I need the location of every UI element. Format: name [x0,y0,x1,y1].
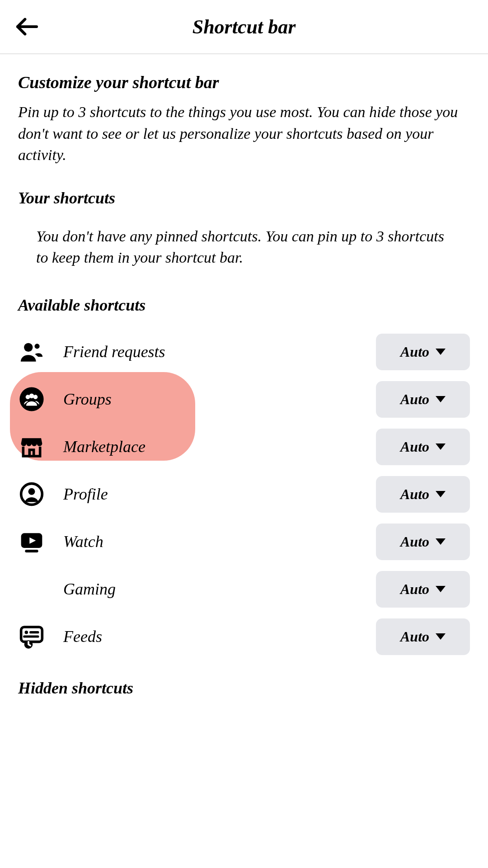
intro-description: Pin up to 3 shortcuts to the things you … [18,101,470,166]
svg-point-2 [35,344,40,349]
shortcut-label: Groups [63,390,376,409]
shortcut-row-feeds: Feeds Auto [18,613,470,660]
dropdown-value: Auto [400,486,429,503]
shortcut-label: Gaming [63,580,376,599]
chevron-down-icon [436,633,446,640]
dropdown-value: Auto [400,344,429,360]
shortcut-row-gaming: Gaming Auto [18,566,470,613]
shortcut-label: Watch [63,532,376,551]
hidden-shortcuts-title: Hidden shortcuts [18,679,470,698]
dropdown-value: Auto [400,391,429,408]
shortcut-label: Feeds [63,627,376,646]
chevron-down-icon [436,586,446,592]
svg-point-6 [29,394,34,399]
intro-title: Customize your shortcut bar [18,72,470,92]
your-shortcuts-empty: You don't have any pinned shortcuts. You… [18,226,470,269]
available-shortcuts-title: Available shortcuts [18,296,470,315]
chevron-down-icon [436,396,446,402]
shortcut-dropdown-marketplace[interactable]: Auto [376,429,470,465]
chevron-down-icon [436,443,446,450]
chevron-down-icon [436,538,446,545]
dropdown-value: Auto [400,628,429,645]
dropdown-value: Auto [400,581,429,598]
groups-icon [18,386,45,413]
watch-icon [18,528,45,555]
marketplace-icon [18,433,45,460]
shortcut-row-profile: Profile Auto [18,471,470,518]
shortcut-dropdown-watch[interactable]: Auto [376,524,470,560]
shortcut-row-groups: Groups Auto [18,376,470,423]
svg-point-3 [19,387,43,411]
chevron-down-icon [436,349,446,355]
feeds-icon [18,623,45,650]
svg-point-8 [28,488,35,495]
shortcut-row-marketplace: Marketplace Auto [18,423,470,471]
dropdown-value: Auto [400,439,429,455]
svg-point-1 [24,343,33,352]
shortcut-row-watch: Watch Auto [18,518,470,566]
dropdown-value: Auto [400,533,429,550]
svg-rect-12 [21,627,42,642]
shortcut-label: Profile [63,485,376,504]
shortcut-dropdown-profile[interactable]: Auto [376,476,470,513]
shortcut-dropdown-friend-requests[interactable]: Auto [376,334,470,370]
page-title: Shortcut bar [0,15,488,38]
back-button[interactable] [14,13,41,40]
header: Shortcut bar [0,0,488,54]
svg-point-13 [25,631,28,634]
shortcut-label: Friend requests [63,342,376,361]
friend-requests-icon [18,338,45,365]
shortcut-dropdown-groups[interactable]: Auto [376,381,470,418]
shortcut-dropdown-gaming[interactable]: Auto [376,571,470,608]
shortcut-dropdown-feeds[interactable]: Auto [376,618,470,655]
chevron-down-icon [436,491,446,497]
shortcut-label: Marketplace [63,437,376,456]
shortcut-row-friend-requests: Friend requests Auto [18,328,470,376]
content: Customize your shortcut bar Pin up to 3 … [0,54,488,698]
back-arrow-icon [14,14,40,39]
profile-icon [18,481,45,508]
your-shortcuts-title: Your shortcuts [18,189,470,208]
gaming-icon [18,576,45,603]
